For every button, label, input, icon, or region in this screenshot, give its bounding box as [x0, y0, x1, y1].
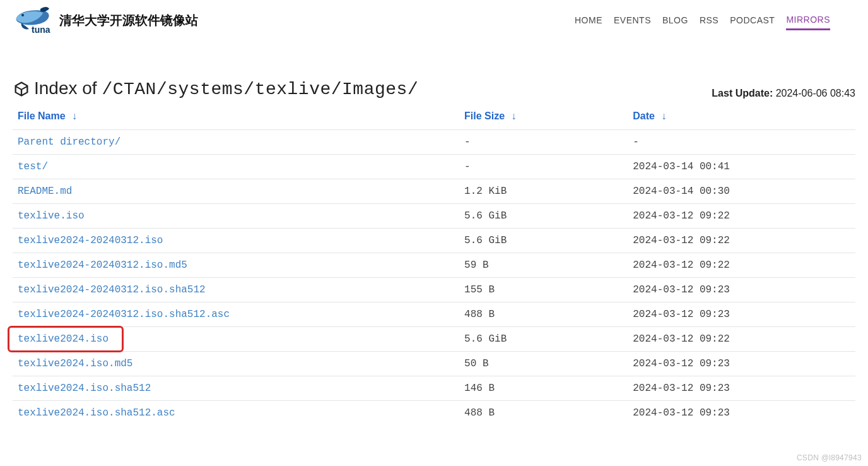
file-date-cell: -	[628, 130, 855, 155]
file-table: File Name ↓ File Size ↓ Date ↓ Parent di…	[13, 103, 855, 425]
file-name-cell: texlive2024-20240312.iso.sha512	[13, 278, 459, 302]
col-header-date-label: Date	[633, 111, 655, 121]
file-name-cell: texlive2024.iso	[13, 327, 459, 352]
file-size-cell: -	[459, 130, 628, 155]
table-row: texlive2024-20240312.iso.sha512155 B2024…	[13, 278, 855, 302]
file-link[interactable]: texlive2024.iso	[18, 333, 108, 345]
nav-link-events[interactable]: EVENTS	[614, 11, 651, 29]
table-row: texlive2024.iso.sha512.asc488 B2024-03-1…	[13, 401, 855, 426]
file-date-cell: 2024-03-12 09:23	[628, 278, 855, 302]
file-date-cell: 2024-03-12 09:22	[628, 327, 855, 352]
primary-nav: HOMEEVENTSBLOGRSSPODCASTMIRRORS	[575, 11, 830, 30]
file-link[interactable]: texlive2024-20240312.iso.sha512.asc	[18, 309, 230, 320]
nav-link-rss[interactable]: RSS	[700, 11, 718, 29]
table-row: README.md1.2 KiB2024-03-14 00:30	[13, 179, 855, 204]
file-link[interactable]: texlive2024-20240312.iso	[18, 235, 163, 246]
file-link[interactable]: test/	[18, 161, 48, 172]
brand: tuna 清华大学开源软件镜像站	[13, 5, 198, 35]
content: Index of /CTAN/systems/texlive/Images/ L…	[0, 78, 868, 450]
file-link[interactable]: Parent directory/	[18, 136, 120, 148]
col-header-filesize-label: File Size	[464, 111, 505, 121]
file-name-cell: texlive2024.iso.sha512	[13, 376, 459, 401]
table-row: texlive2024.iso.md550 B2024-03-12 09:23	[13, 352, 855, 376]
file-date-cell: 2024-03-12 09:23	[628, 302, 855, 327]
title-left: Index of /CTAN/systems/texlive/Images/	[13, 78, 418, 99]
file-size-cell: 488 B	[459, 302, 628, 327]
file-date-cell: 2024-03-12 09:23	[628, 352, 855, 376]
file-date-cell: 2024-03-12 09:23	[628, 376, 855, 401]
title-row: Index of /CTAN/systems/texlive/Images/ L…	[13, 78, 855, 99]
col-header-date[interactable]: Date ↓	[628, 103, 855, 130]
file-size-cell: 5.6 GiB	[459, 229, 628, 253]
site-title: 清华大学开源软件镜像站	[59, 12, 198, 29]
col-header-filename[interactable]: File Name ↓	[13, 103, 459, 130]
file-link[interactable]: texlive2024-20240312.iso.md5	[18, 260, 187, 271]
last-update: Last Update: 2024-06-06 08:43	[712, 88, 855, 99]
file-size-cell: 5.6 GiB	[459, 204, 628, 229]
sort-arrow-icon: ↓	[512, 111, 517, 121]
file-name-cell: test/	[13, 155, 459, 179]
file-name-cell: texlive2024-20240312.iso.md5	[13, 253, 459, 278]
page-title: Index of /CTAN/systems/texlive/Images/	[34, 78, 418, 99]
file-size-cell: 1.2 KiB	[459, 179, 628, 204]
file-date-cell: 2024-03-14 00:30	[628, 179, 855, 204]
table-row: texlive.iso5.6 GiB2024-03-12 09:22	[13, 204, 855, 229]
col-header-filename-label: File Name	[18, 111, 66, 121]
file-size-cell: 488 B	[459, 401, 628, 426]
table-row: texlive2024.iso5.6 GiB2024-03-12 09:22	[13, 327, 855, 352]
index-path: /CTAN/systems/texlive/Images/	[102, 80, 418, 99]
file-name-cell: texlive2024-20240312.iso	[13, 229, 459, 253]
file-name-cell: texlive2024.iso.md5	[13, 352, 459, 376]
file-date-cell: 2024-03-12 09:22	[628, 204, 855, 229]
file-name-cell: README.md	[13, 179, 459, 204]
file-date-cell: 2024-03-12 09:22	[628, 253, 855, 278]
tuna-logo: tuna	[13, 5, 53, 35]
file-link[interactable]: texlive2024-20240312.iso.sha512	[18, 284, 206, 296]
table-row: texlive2024-20240312.iso.md559 B2024-03-…	[13, 253, 855, 278]
package-icon	[13, 80, 30, 98]
last-update-value: 2024-06-06 08:43	[776, 88, 855, 99]
col-header-filesize[interactable]: File Size ↓	[459, 103, 628, 130]
file-size-cell: 155 B	[459, 278, 628, 302]
file-size-cell: 50 B	[459, 352, 628, 376]
file-link[interactable]: texlive2024.iso.sha512.asc	[18, 407, 175, 419]
sort-arrow-icon: ↓	[661, 111, 666, 121]
file-date-cell: 2024-03-14 00:41	[628, 155, 855, 179]
file-size-cell: 146 B	[459, 376, 628, 401]
file-link[interactable]: texlive.iso	[18, 210, 85, 222]
table-row: texlive2024-20240312.iso5.6 GiB2024-03-1…	[13, 229, 855, 253]
sort-arrow-icon: ↓	[72, 111, 77, 121]
file-name-cell: texlive2024.iso.sha512.asc	[13, 401, 459, 426]
file-name-cell: Parent directory/	[13, 130, 459, 155]
last-update-label: Last Update:	[712, 88, 773, 99]
file-date-cell: 2024-03-12 09:22	[628, 229, 855, 253]
table-wrap: File Name ↓ File Size ↓ Date ↓ Parent di…	[13, 103, 855, 425]
table-row: test/-2024-03-14 00:41	[13, 155, 855, 179]
file-name-cell: texlive2024-20240312.iso.sha512.asc	[13, 302, 459, 327]
site-header: tuna 清华大学开源软件镜像站 HOMEEVENTSBLOGRSSPODCAS…	[0, 0, 868, 40]
file-size-cell: 5.6 GiB	[459, 327, 628, 352]
table-row: Parent directory/--	[13, 130, 855, 155]
file-name-cell: texlive.iso	[13, 204, 459, 229]
nav-link-blog[interactable]: BLOG	[662, 11, 688, 29]
file-size-cell: 59 B	[459, 253, 628, 278]
nav-link-podcast[interactable]: PODCAST	[730, 11, 775, 29]
file-size-cell: -	[459, 155, 628, 179]
nav-link-mirrors[interactable]: MIRRORS	[786, 11, 830, 30]
nav-link-home[interactable]: HOME	[575, 11, 602, 29]
table-row: texlive2024.iso.sha512146 B2024-03-12 09…	[13, 376, 855, 401]
file-link[interactable]: texlive2024.iso.sha512	[18, 383, 151, 394]
svg-point-0	[21, 14, 24, 16]
file-date-cell: 2024-03-12 09:23	[628, 401, 855, 426]
file-link[interactable]: texlive2024.iso.md5	[18, 358, 132, 369]
file-link[interactable]: README.md	[18, 186, 72, 197]
svg-text:tuna: tuna	[32, 25, 50, 35]
index-prefix: Index of	[34, 78, 102, 98]
table-row: texlive2024-20240312.iso.sha512.asc488 B…	[13, 302, 855, 327]
